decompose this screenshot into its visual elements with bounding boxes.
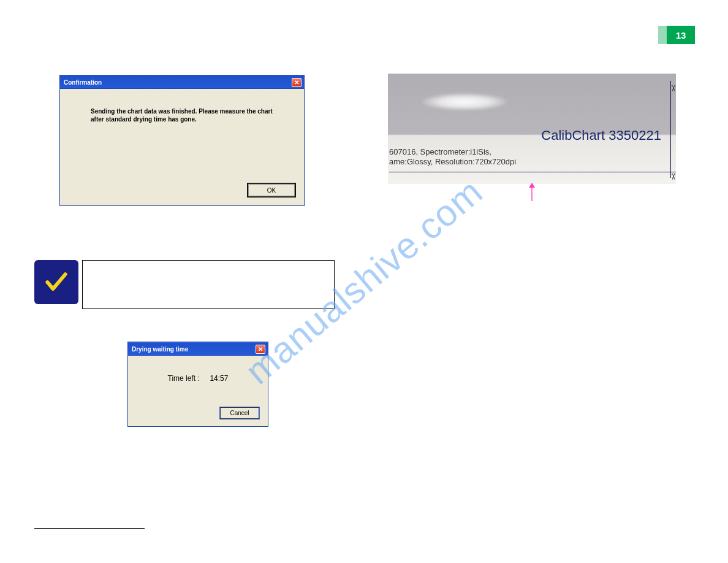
time-left-value: 14:57 [210, 374, 228, 383]
scissor-icon: ✂ [669, 173, 676, 180]
confirmation-title: Confirmation [64, 79, 102, 86]
drying-dialog: Drying waiting time ✕ Time left : 14:57 … [127, 342, 268, 427]
arrow-icon [526, 183, 538, 204]
confirmation-message: Sending the chart data was finished. Ple… [91, 107, 273, 123]
cancel-button[interactable]: Cancel [220, 407, 259, 419]
confirmation-titlebar: Confirmation ✕ [60, 75, 304, 89]
checkpoint-frame [82, 260, 335, 309]
calibchart-spectrometer: 607016, Spectrometer:i1iSis, [389, 147, 491, 156]
time-left-label: Time left : [168, 374, 200, 383]
close-icon[interactable]: ✕ [292, 78, 301, 87]
scissor-icon: ✂ [669, 85, 676, 92]
time-left-row: Time left : 14:57 [135, 374, 260, 383]
checkmark-icon [34, 260, 78, 304]
page-number: 13 [667, 26, 695, 44]
drying-titlebar: Drying waiting time ✕ [128, 342, 268, 356]
cutline-horizontal [389, 172, 676, 172]
drying-body: Time left : 14:57 Cancel [128, 356, 268, 426]
calibchart-resolution: ame:Glossy, Resolution:720x720dpi [389, 157, 516, 166]
footer-rule [34, 528, 145, 529]
calibchart-title: CalibChart 3350221 [541, 128, 661, 144]
checkpoint-box [34, 260, 335, 309]
calibchart-photo: CalibChart 3350221 607016, Spectrometer:… [388, 74, 676, 184]
svg-marker-1 [529, 183, 535, 188]
confirmation-dialog: Confirmation ✕ Sending the chart data wa… [59, 75, 305, 206]
close-icon[interactable]: ✕ [256, 345, 265, 354]
glare [422, 93, 507, 110]
drying-title: Drying waiting time [132, 346, 188, 353]
ok-button[interactable]: OK [248, 183, 295, 197]
page-number-bg [658, 26, 667, 44]
confirmation-body: Sending the chart data was finished. Ple… [60, 89, 304, 205]
cutline-vertical [670, 81, 671, 178]
